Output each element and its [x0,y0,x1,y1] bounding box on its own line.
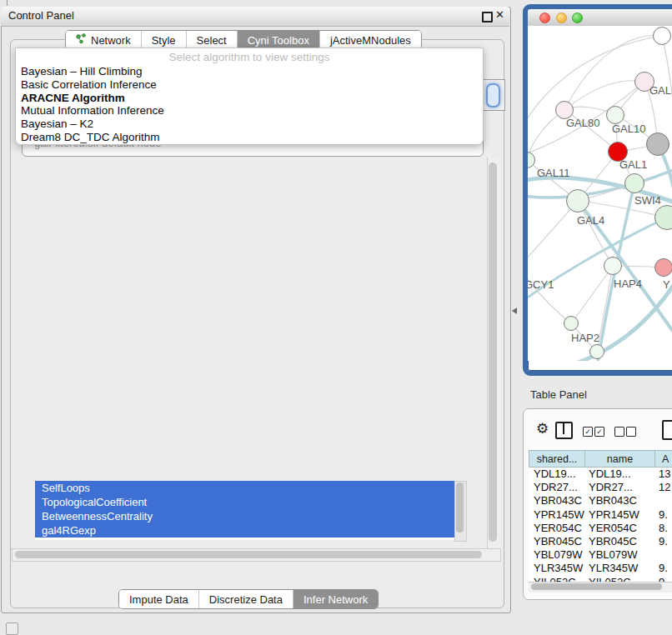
network-node-gal10[interactable] [606,106,624,124]
cell: YPR145W [534,508,584,522]
node-label-gal11: GAL11 [537,167,570,179]
algorithm-option[interactable]: Basic Correlation Inference [16,78,483,92]
zoom-traffic-light-icon[interactable] [572,12,583,23]
close-icon[interactable]: ✕ [495,8,504,21]
cell: 13 [659,468,670,481]
tab-impute-data[interactable]: Impute Data [119,590,199,608]
check-glyph: ✓ [584,428,591,436]
network-node-gray[interactable] [646,132,669,156]
tab-jactivemnodules[interactable]: jActiveMNodules [320,31,421,49]
table-header-clipped[interactable]: A [654,450,672,468]
new-table-icon[interactable] [662,420,672,440]
table-row[interactable]: YLR345WYLR345W9. [529,562,672,575]
cell: 9 [659,576,664,582]
network-canvas[interactable]: GAL GAL80 GAL10 GAL1 GAL11 SWI4 GAL4 GCY… [528,26,672,361]
tab-network[interactable]: Network [66,31,142,49]
table-row[interactable]: YER054CYER054C8. [529,522,672,535]
tab-infer-network[interactable]: Infer Network [293,590,378,608]
node-label: GAL [649,84,671,97]
settings-horizontal-scrollbar-thumb[interactable] [15,551,482,558]
node-label-hap4: HAP4 [614,278,642,290]
table-row[interactable]: YDR27...YDR27...12 [529,481,672,494]
float-window-icon[interactable] [482,12,493,22]
cell: YLR345W [589,562,638,575]
tab-cyni-toolbox-label: Cyni Toolbox [248,34,309,47]
tab-cyni-toolbox[interactable]: Cyni Toolbox [238,31,320,49]
tab-infer-network-label: Infer Network [303,593,368,606]
table-row[interactable]: YPR145WYPR145W9. [529,508,672,522]
select-all-checkbox-icon[interactable]: ✓ [594,427,604,437]
table-row[interactable]: YBR043CYBR043C [529,494,672,508]
column-layout-icon[interactable] [555,422,573,439]
attribute-item-selected[interactable]: SelfLoops [35,481,454,495]
control-panel-title: Control Panel [8,9,74,22]
cell: YIL052C [534,576,576,582]
deselect-all-checkbox-icon[interactable] [626,427,636,437]
table-header-shared[interactable]: shared... [529,450,585,468]
cell: YDL19... [589,468,631,481]
cell: 9. [659,508,668,522]
minimize-traffic-light-icon[interactable] [556,12,567,23]
network-node[interactable] [653,27,671,45]
attribute-item-selected[interactable]: gal4RGexp [35,523,454,538]
cell: 12 [659,481,670,494]
tab-network-label: Network [91,34,131,47]
hidden-combo-stepper[interactable] [486,83,500,108]
table-header-name[interactable]: name [584,450,655,468]
network-node-gcy1[interactable] [523,259,527,276]
data-attributes-list: SelfLoops TopologicalCoefficient Between… [35,481,454,540]
node-label-gal4: GAL4 [577,214,604,227]
tab-jactivemnodules-label: jActiveMNodules [330,34,411,47]
tab-style-label: Style [152,34,176,47]
node-label-gal10: GAL10 [612,122,645,135]
cell: 9. [659,535,668,548]
tab-style[interactable]: Style [142,31,187,49]
collapsed-panel-handle[interactable] [6,622,18,635]
algorithm-option[interactable]: Bayesian – Hill Climbing [16,65,483,78]
network-view-window[interactable]: GAL GAL80 GAL10 GAL1 GAL11 SWI4 GAL4 GCY… [523,4,672,376]
attributes-scrollbar-thumb[interactable] [456,482,464,532]
algorithm-option[interactable]: Mutual Information Inference [16,104,483,118]
table-row[interactable]: YBL079WYBL079W [529,548,672,562]
table-row[interactable]: YIL052CYIL052C9 [529,576,672,582]
deselect-all-checkbox-icon[interactable] [614,427,624,437]
table-horizontal-scrollbar-thumb[interactable] [531,583,662,590]
gear-icon[interactable]: ⚙ [536,420,549,438]
cell: YBR045C [589,535,637,548]
settings-vertical-scrollbar-thumb[interactable] [489,162,497,542]
tab-select-label: Select [197,34,227,47]
control-panel-titlebar[interactable] [1,7,509,27]
cell: YBL079W [589,548,638,562]
network-node-hap4[interactable] [604,257,622,275]
algorithm-option[interactable]: Dream8 DC_TDC Algorithm [16,131,483,144]
cell: 8. [659,522,668,535]
network-node-hap2[interactable] [564,316,579,331]
cell: YBL079W [534,548,583,562]
close-traffic-light-icon[interactable] [539,12,550,23]
cell: YBR043C [534,494,582,508]
algorithm-hint: Select algorithm to view settings [16,48,483,65]
network-node-gal4[interactable] [566,189,589,212]
algorithm-option-selected[interactable]: ARACNE Algorithm [16,92,483,105]
node-label-gal80: GAL80 [566,117,599,129]
attribute-item-selected[interactable]: TopologicalCoefficient [35,495,454,509]
tab-discretize-data-label: Discretize Data [209,593,283,606]
attribute-item-selected[interactable]: BetweennessCentrality [35,509,454,523]
network-node-salmon[interactable] [654,258,672,277]
select-all-checkbox-icon[interactable]: ✓ [583,427,593,437]
network-node[interactable] [589,344,604,359]
tab-discretize-data[interactable]: Discretize Data [199,590,293,608]
table-row[interactable]: YBR045CYBR045C9. [529,535,672,548]
cell: YBR043C [589,494,637,508]
node-label-swi4: SWI4 [634,194,661,207]
cell: YPR145W [589,508,639,522]
network-node-gal1[interactable] [624,173,644,193]
table-row[interactable]: YDL19...YDL19...13 [529,468,672,481]
panel-divider-arrow-icon[interactable] [512,308,517,314]
bottom-tabbar: Impute Data Discretize Data Infer Networ… [118,589,379,609]
algorithm-option[interactable]: Bayesian – K2 [16,118,483,131]
check-glyph: ✓ [596,428,603,436]
node-label-hap2: HAP2 [571,332,599,344]
network-window-titlebar[interactable] [528,9,672,27]
tab-select[interactable]: Select [187,31,238,49]
